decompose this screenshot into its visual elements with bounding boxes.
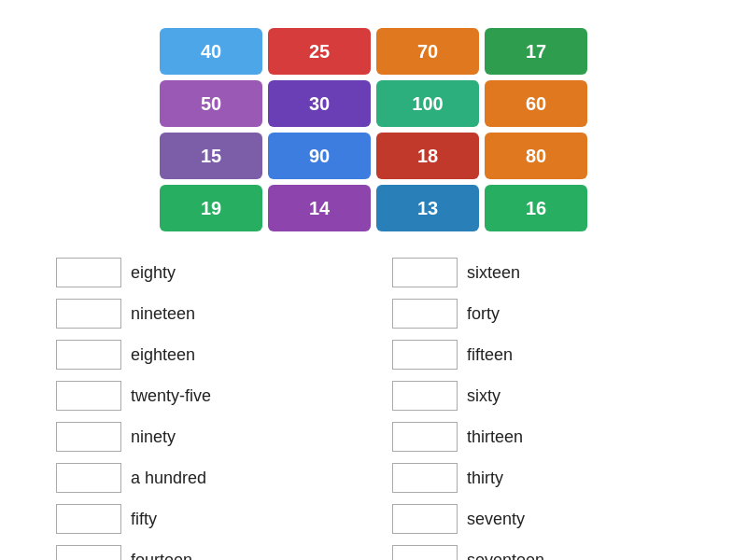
left-label-7: fourteen xyxy=(131,551,192,561)
right-match-row-7: seventeen xyxy=(392,541,691,560)
tile-13[interactable]: 13 xyxy=(376,185,479,231)
right-label-5: thirty xyxy=(467,469,503,488)
left-drop-box-7[interactable] xyxy=(56,545,121,560)
left-drop-box-2[interactable] xyxy=(56,340,121,370)
right-label-6: seventy xyxy=(467,510,525,529)
left-match-row-1: nineteen xyxy=(56,295,355,332)
right-drop-box-4[interactable] xyxy=(392,422,458,452)
right-match-row-1: forty xyxy=(392,295,691,332)
right-label-0: sixteen xyxy=(467,263,520,283)
tile-100[interactable]: 100 xyxy=(376,80,479,127)
right-match-row-6: seventy xyxy=(392,500,691,538)
tile-25[interactable]: 25 xyxy=(268,28,371,75)
tile-30[interactable]: 30 xyxy=(268,80,371,127)
left-match-row-3: twenty-five xyxy=(56,377,355,414)
right-match-row-3: sixty xyxy=(392,377,691,414)
right-drop-box-2[interactable] xyxy=(392,340,458,370)
tile-50[interactable]: 50 xyxy=(160,80,262,127)
right-match-row-0: sixteen xyxy=(392,254,691,291)
match-section: eightysixteennineteenfortyeighteenfiftee… xyxy=(56,254,691,560)
left-label-6: fifty xyxy=(131,510,157,529)
left-label-0: eighty xyxy=(131,263,176,283)
tile-18[interactable]: 18 xyxy=(376,133,479,179)
right-drop-box-1[interactable] xyxy=(392,299,458,329)
right-label-2: fifteen xyxy=(467,345,513,365)
right-drop-box-6[interactable] xyxy=(392,504,458,534)
tile-70[interactable]: 70 xyxy=(376,28,479,75)
tile-14[interactable]: 14 xyxy=(268,185,371,231)
tile-60[interactable]: 60 xyxy=(485,80,587,127)
left-match-row-0: eighty xyxy=(56,254,355,291)
left-match-row-2: eighteen xyxy=(56,336,355,373)
left-drop-box-0[interactable] xyxy=(56,258,121,287)
left-match-row-6: fifty xyxy=(56,500,355,538)
left-label-3: twenty-five xyxy=(131,386,211,406)
right-label-3: sixty xyxy=(467,386,500,406)
right-label-1: forty xyxy=(467,304,500,324)
left-label-1: nineteen xyxy=(131,304,195,324)
left-label-2: eighteen xyxy=(131,345,195,365)
tile-16[interactable]: 16 xyxy=(485,185,587,231)
right-match-row-5: thirty xyxy=(392,459,691,497)
tile-40[interactable]: 40 xyxy=(160,28,262,75)
right-drop-box-7[interactable] xyxy=(392,545,458,560)
right-drop-box-0[interactable] xyxy=(392,258,458,287)
right-drop-box-5[interactable] xyxy=(392,463,458,493)
right-match-row-4: thirteen xyxy=(392,418,691,455)
left-drop-box-1[interactable] xyxy=(56,299,121,329)
right-drop-box-3[interactable] xyxy=(392,381,458,411)
left-label-5: a hundred xyxy=(131,469,206,488)
tile-90[interactable]: 90 xyxy=(268,133,371,179)
tile-17[interactable]: 17 xyxy=(485,28,587,75)
left-drop-box-5[interactable] xyxy=(56,463,121,493)
tile-19[interactable]: 19 xyxy=(160,185,262,231)
left-drop-box-4[interactable] xyxy=(56,422,121,452)
tile-15[interactable]: 15 xyxy=(160,133,262,179)
right-match-row-2: fifteen xyxy=(392,336,691,373)
tiles-grid: 402570175030100601590188019141316 xyxy=(160,28,587,231)
right-label-7: seventeen xyxy=(467,551,544,561)
left-label-4: ninety xyxy=(131,427,176,447)
tile-80[interactable]: 80 xyxy=(485,133,587,179)
left-drop-box-3[interactable] xyxy=(56,381,121,411)
left-match-row-4: ninety xyxy=(56,418,355,455)
left-match-row-5: a hundred xyxy=(56,459,355,497)
left-match-row-7: fourteen xyxy=(56,541,355,560)
right-label-4: thirteen xyxy=(467,427,523,447)
left-drop-box-6[interactable] xyxy=(56,504,121,534)
